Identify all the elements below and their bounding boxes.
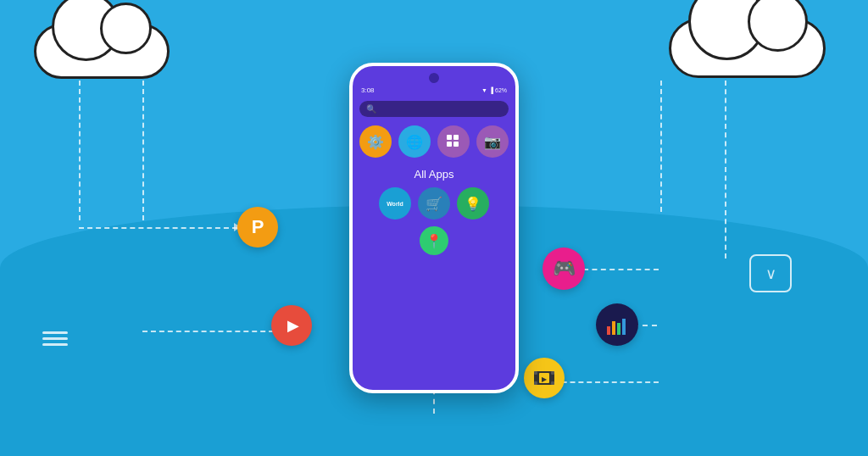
svg-rect-6 xyxy=(551,371,554,375)
settings-app-icon[interactable]: ⚙️ xyxy=(359,125,392,158)
chevron-down-icon: ∨ xyxy=(765,264,776,283)
svg-rect-5 xyxy=(534,371,537,375)
status-bar: 3:08 ▼ ▐ 62% xyxy=(353,85,515,96)
dollar-app-icon[interactable]: 💡 xyxy=(457,187,489,220)
dashed-line-to-play xyxy=(142,331,291,332)
dashed-line-right-v2 xyxy=(660,81,662,212)
app-row-1: ⚙️ 🌐 📷 xyxy=(353,122,515,161)
game-controller-icon: 🎮 xyxy=(542,247,585,290)
svg-rect-3 xyxy=(622,319,626,335)
square-icon: ∨ xyxy=(749,254,792,292)
status-icons: ▼ ▐ 62% xyxy=(481,87,507,93)
parking-letter: P xyxy=(252,216,264,238)
hamburger-line-1 xyxy=(42,331,68,334)
phone: 3:08 ▼ ▐ 62% 🔍 ⚙️ 🌐 📷 All Apps World 🛒 💡 xyxy=(349,63,519,393)
game-emoji: 🎮 xyxy=(553,258,576,280)
signal-icon: ▐ xyxy=(489,87,493,93)
apps-grid-icon[interactable] xyxy=(437,125,470,158)
play-triangle: ▶ xyxy=(287,316,299,335)
svg-rect-7 xyxy=(534,381,537,385)
browser-app-icon[interactable]: 🌐 xyxy=(398,125,431,158)
all-apps-label: All Apps xyxy=(353,168,515,181)
phone-notch xyxy=(429,73,439,83)
svg-rect-1 xyxy=(612,321,615,335)
grid-svg xyxy=(446,134,461,149)
phone-search-bar[interactable]: 🔍 xyxy=(359,101,509,117)
shopping-app-icon[interactable]: 🛒 xyxy=(418,187,450,220)
dashed-line-to-parking xyxy=(79,227,237,229)
location-app-icon[interactable]: 📍 xyxy=(420,226,448,255)
music-bars-icon xyxy=(596,303,638,346)
status-time: 3:08 xyxy=(361,86,375,94)
film-strip-icon: ▶ xyxy=(524,358,565,398)
svg-rect-13 xyxy=(447,142,452,147)
wifi-icon: ▼ xyxy=(481,87,487,93)
music-bars-svg xyxy=(605,314,629,335)
cloud-right xyxy=(669,19,826,78)
camera-app-icon[interactable]: 📷 xyxy=(476,125,509,158)
hamburger-line-3 xyxy=(42,343,68,346)
svg-rect-8 xyxy=(551,381,554,385)
hamburger-line-2 xyxy=(42,337,68,340)
world-app-icon[interactable]: World xyxy=(379,187,411,220)
svg-rect-0 xyxy=(607,326,610,335)
svg-rect-12 xyxy=(453,135,459,140)
hamburger-menu xyxy=(42,331,68,346)
parking-icon: P xyxy=(237,207,278,247)
svg-rect-2 xyxy=(617,323,620,335)
svg-rect-11 xyxy=(447,135,452,140)
search-icon: 🔍 xyxy=(366,104,376,114)
phone-bottom-area: 📍 xyxy=(353,223,515,257)
svg-text:▶: ▶ xyxy=(542,375,548,383)
dashed-line-left-v1 xyxy=(79,81,81,220)
cloud-left xyxy=(34,24,170,79)
play-button-icon: ▶ xyxy=(271,305,312,346)
svg-rect-14 xyxy=(453,142,459,147)
app-row-2: World 🛒 💡 xyxy=(353,184,515,223)
battery-percent: 62% xyxy=(495,87,507,93)
dashed-line-right-v1 xyxy=(725,81,726,259)
film-strip-svg: ▶ xyxy=(532,368,556,388)
dashed-line-left-v2 xyxy=(142,81,144,220)
